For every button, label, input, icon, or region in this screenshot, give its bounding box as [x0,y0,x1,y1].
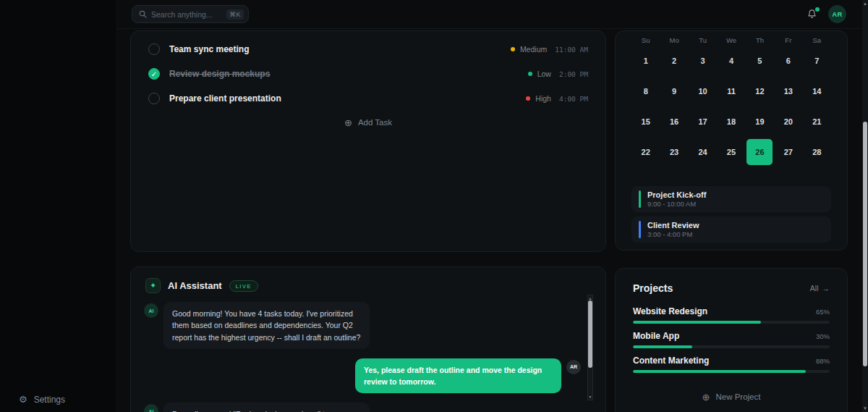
task-checkbox[interactable] [148,93,160,104]
calendar-date-cell[interactable]: 21 [803,106,831,137]
chat-scrollbar-thumb[interactable] [588,300,592,368]
calendar-date-cell[interactable]: 28 [803,137,831,167]
project-percent: 30% [816,332,830,340]
add-task-button[interactable]: ⊕ Add Task [148,111,588,134]
calendar-weekday: Tu [689,34,717,46]
calendar-date: 2 [661,48,687,74]
scroll-up-icon[interactable]: ▲ [862,1,868,6]
project-progress-fill [633,345,692,348]
task-checkbox[interactable] [148,43,160,55]
calendar-date-cell[interactable]: 4 [717,46,745,76]
notifications-button[interactable] [807,9,818,20]
window-scrollbar[interactable]: ▲ ▼ [862,0,868,412]
calendar-date: 14 [804,78,830,104]
calendar-date: 3 [690,48,716,74]
calendar-date: 9 [661,78,687,104]
task-row[interactable]: Prepare client presentation High 4:00 PM [148,86,588,111]
calendar-weekday: Th [746,34,774,46]
topbar-actions: AR [807,5,862,23]
calendar-date-cell[interactable]: 24 [689,137,717,167]
projects-panel: Projects All → Website Redesign 65% [615,268,848,412]
calendar-date-cell[interactable]: 23 [660,137,688,167]
calendar-date-cell[interactable]: 16 [660,106,688,137]
calendar-weekday: Mo [660,34,688,46]
calendar-date: 20 [775,109,801,135]
calendar-date-cell[interactable]: 13 [774,76,802,106]
project-progress-fill [633,321,761,324]
search-input[interactable]: Search anything... ⌘K [132,5,249,23]
user-avatar[interactable]: AR [828,5,846,23]
chat-messages: AI Good morning! You have 4 tasks today.… [142,302,594,412]
priority-label: Low [537,70,551,78]
calendar-date-cell[interactable]: 12 [746,76,774,106]
calendar-date-cell[interactable]: 7 [803,46,831,76]
calendar-date-cell[interactable]: 1 [631,46,660,76]
calendar-date-cell[interactable]: 10 [689,76,717,106]
event-time: 3:00 - 4:00 PM [647,230,699,239]
task-time: 4:00 PM [559,95,588,103]
calendar-date: 19 [746,109,773,135]
calendar-date: 17 [690,109,716,135]
calendar-date-cell[interactable]: 19 [746,106,774,137]
calendar-date-cell[interactable]: 20 [774,106,802,137]
settings-label: Settings [34,395,65,405]
notification-dot [815,7,820,12]
calendar-date-cell[interactable]: 15 [631,106,660,137]
task-meta: Medium 11:00 AM [511,45,588,54]
calendar-date: 21 [804,109,830,135]
task-checkbox[interactable] [148,68,160,80]
calendar-date-cell[interactable]: 14 [803,76,831,106]
priority-label: High [535,94,551,103]
calendar-event[interactable]: Client Review 3:00 - 4:00 PM [631,216,831,243]
projects-header: Projects All → [633,280,830,296]
project-percent: 65% [816,308,830,316]
task-row[interactable]: Review design mockups Low 2:00 PM [148,62,588,86]
calendar-date-cell[interactable]: 18 [717,106,745,137]
calendar-date: 7 [804,48,830,74]
calendar-date: 26 [746,139,773,165]
sidebar-item-settings[interactable]: ⚙ Settings [16,391,68,408]
priority-dot-icon [511,47,515,51]
calendar-date-cell[interactable]: 6 [774,46,802,76]
task-row[interactable]: Team sync meeting Medium 11:00 AM [148,37,588,62]
calendar-date-cell[interactable]: 5 [746,46,774,76]
calendar-date: 1 [633,48,659,74]
calendar-date-cell[interactable]: 2 [660,46,688,76]
project-name: Mobile App [633,331,679,341]
calendar-date-cell[interactable]: 9 [660,76,688,106]
calendar-date-cell[interactable]: 26 [746,137,774,167]
calendar-date-cell[interactable]: 27 [774,137,802,167]
task-meta: Low 2:00 PM [528,70,588,78]
task-list: Team sync meeting Medium 11:00 AM Review… [148,37,588,111]
chat-bubble: Good morning! You have 4 tasks today. I'… [163,302,370,349]
main-content: Team sync meeting Medium 11:00 AM Review… [117,29,862,412]
chat-bubble: Done. I've moved "Review design mockups"… [163,403,370,412]
calendar-date-cell[interactable]: 22 [631,137,660,167]
event-accent-bar [639,221,641,238]
chat-bubble: Yes, please draft the outline and move t… [355,358,561,394]
scroll-down-icon[interactable]: ▼ [862,406,868,411]
calendar-date-cell[interactable]: 17 [689,106,717,137]
calendar-date-cell[interactable]: 3 [689,46,717,76]
project-item: Content Marketing 88% [633,351,830,376]
chat-avatar: AI [144,404,158,412]
calendar-event[interactable]: Project Kick-off 9:00 - 10:00 AM [631,186,831,212]
scroll-down-icon[interactable]: ▼ [588,395,592,399]
calendar-date-cell[interactable]: 8 [631,76,660,106]
calendar-date: 25 [718,139,744,165]
live-badge: LIVE [229,280,258,292]
chat-scrollbar[interactable]: ▲ ▼ [587,295,593,400]
project-name: Website Redesign [633,306,707,316]
calendar-date: 24 [690,139,716,165]
projects-all-link[interactable]: All → [810,284,830,293]
new-project-button[interactable]: ⊕ New Project [633,386,830,408]
ai-assistant-title: AI Assistant [168,280,222,291]
calendar-date-cell[interactable]: 11 [717,76,745,106]
task-title: Prepare client presentation [169,93,281,104]
calendar-date-cell[interactable]: 25 [717,137,745,167]
project-progress-track [633,321,830,324]
gear-icon: ⚙ [19,394,27,405]
calendar-date: 12 [746,78,773,104]
project-list: Website Redesign 65% Mobile App 30% [633,302,830,376]
window-scrollbar-thumb[interactable] [863,122,867,366]
